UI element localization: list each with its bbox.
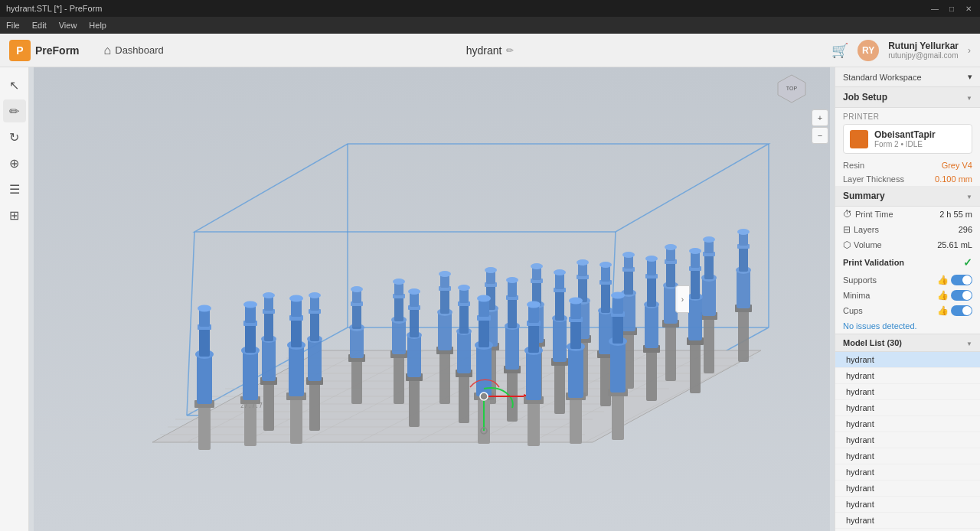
menu-help[interactable]: Help (89, 21, 106, 30)
layers-row: ⊟ Layers 296 (835, 222, 980, 237)
svg-point-170 (645, 256, 658, 262)
workspace-selector[interactable]: Standard Workspace ▾ (835, 67, 980, 87)
svg-rect-175 (691, 269, 700, 299)
model-list-item[interactable]: hydrant (835, 352, 980, 368)
svg-point-42 (393, 279, 405, 285)
model-list-item[interactable]: hydrant (835, 400, 980, 416)
toolbar-center: hydrant ✏ (466, 44, 514, 57)
zoom-out-button[interactable]: − (812, 127, 828, 144)
brand-label: PreForm (35, 44, 80, 57)
model-list-item[interactable]: hydrant (835, 464, 980, 481)
svg-rect-220 (528, 324, 539, 353)
menu-edit[interactable]: Edit (32, 21, 47, 30)
job-setup-collapse (966, 93, 972, 102)
user-avatar: RY (858, 40, 879, 61)
summary-title: Summary (843, 191, 885, 201)
close-button[interactable]: ✕ (963, 3, 974, 14)
minimize-button[interactable]: — (929, 3, 940, 14)
layer-thickness-value[interactable]: 0.100 mm (935, 174, 972, 184)
svg-point-58 (485, 267, 497, 273)
summary-header[interactable]: Summary (835, 186, 980, 207)
tool-rotate[interactable]: ↻ (3, 125, 26, 148)
dashboard-button[interactable]: ⌂ Dashboard (95, 40, 173, 61)
svg-point-98 (703, 236, 715, 243)
svg-point-214 (480, 393, 488, 400)
user-expand-icon[interactable]: › (968, 45, 971, 56)
svg-rect-173 (688, 297, 702, 340)
svg-text:27.7.7: 27.7.7 (240, 402, 263, 409)
svg-point-178 (689, 248, 701, 254)
tool-layers[interactable]: ☰ (3, 178, 26, 200)
supports-toggle-track[interactable] (951, 275, 972, 285)
workspace-label: Standard Workspace (843, 73, 922, 82)
menu-file[interactable]: File (6, 21, 20, 30)
svg-rect-103 (739, 247, 748, 272)
layers-icon: ⊟ (843, 224, 851, 235)
tool-select[interactable]: ↖ (3, 73, 26, 96)
minima-toggle[interactable]: 👍 (937, 290, 972, 301)
svg-point-66 (531, 263, 543, 269)
svg-rect-109 (262, 339, 276, 381)
model-list-item[interactable]: hydrant (835, 481, 980, 497)
print-validation-header[interactable]: Print Validation ✓ (835, 252, 980, 272)
volume-value: 25.61 mL (937, 240, 972, 249)
model-list-title: Model List (30) (843, 338, 902, 347)
job-setup-title: Job Setup (843, 92, 887, 103)
user-name: Rutunj Yellurkar (888, 41, 959, 51)
supports-toggle-thumb (962, 275, 972, 285)
svg-point-90 (665, 244, 677, 250)
edit-project-icon[interactable]: ✏ (506, 45, 514, 56)
print-time-value: 2 h 55 m (939, 210, 972, 219)
svg-rect-195 (290, 396, 302, 444)
svg-rect-147 (554, 362, 565, 414)
tool-paint[interactable]: ✏ (3, 99, 26, 122)
svg-point-138 (458, 285, 470, 291)
supports-toggle[interactable]: 👍 (937, 275, 972, 285)
svg-rect-35 (394, 354, 404, 404)
model-list-item[interactable]: hydrant (835, 416, 980, 432)
model-list-header[interactable]: Model List (30) (835, 334, 980, 352)
no-issues-message: No issues detected. (835, 318, 980, 334)
volume-icon: ⬡ (843, 239, 851, 250)
cups-toggle-track[interactable] (951, 305, 972, 316)
minima-toggle-track[interactable] (951, 290, 972, 301)
svg-rect-107 (263, 381, 274, 431)
viewport[interactable]: › (29, 67, 835, 531)
brand: P PreForm (9, 40, 80, 61)
cart-icon[interactable]: 🛒 (831, 42, 848, 59)
cups-toggle[interactable]: 👍 (937, 305, 972, 316)
menu-view[interactable]: View (59, 21, 77, 30)
layers-label: ⊟ Layers (843, 224, 879, 235)
model-list-item[interactable]: hydrant (835, 384, 980, 400)
svg-rect-123 (409, 377, 420, 427)
model-list-items: hydranthydranthydranthydranthydranthydra… (835, 352, 980, 531)
tool-move[interactable]: ⊕ (3, 151, 26, 174)
cups-label: Cups (843, 306, 863, 315)
resin-value[interactable]: Grey V4 (942, 161, 972, 170)
minima-toggle-thumb (962, 291, 972, 300)
svg-rect-191 (245, 324, 256, 353)
model-list-item[interactable]: hydrant (835, 368, 980, 384)
svg-rect-99 (738, 308, 749, 362)
tool-apps[interactable]: ⊞ (3, 204, 26, 226)
printer-card[interactable]: ObeisantTapir Form 2 • IDLE (843, 124, 972, 154)
layers-value: 296 (959, 225, 972, 234)
model-list-item[interactable]: hydrant (835, 432, 980, 448)
job-setup-header[interactable]: Job Setup (835, 87, 980, 108)
view-cube[interactable]: TOP (776, 73, 807, 104)
dashboard-icon: ⌂ (104, 44, 112, 57)
project-name: hydrant (466, 44, 502, 57)
volume-label: ⬡ Volume (843, 239, 882, 250)
svg-rect-91 (704, 316, 714, 373)
panel-toggle-button[interactable]: › (675, 285, 689, 313)
model-list-item[interactable]: hydrant (835, 448, 980, 464)
svg-rect-224 (570, 396, 582, 444)
svg-point-162 (599, 262, 612, 268)
zoom-in-button[interactable]: + (812, 109, 828, 126)
maximize-button[interactable]: □ (946, 3, 957, 14)
titlebar: hydrant.STL [*] - PreForm — □ ✕ (0, 0, 980, 17)
model-list-item[interactable]: hydrant (835, 497, 980, 513)
svg-rect-39 (394, 297, 403, 321)
model-list-item[interactable]: hydrant (835, 513, 980, 529)
svg-rect-37 (392, 320, 406, 354)
